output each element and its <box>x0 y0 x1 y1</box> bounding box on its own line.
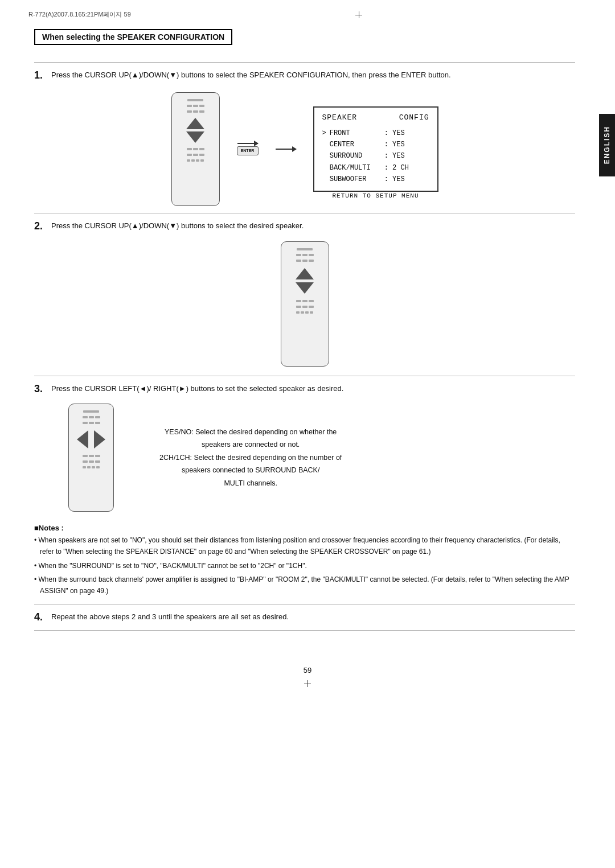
cursor-backmulti <box>322 162 326 174</box>
remote-screen <box>187 99 203 101</box>
step3-lr-arrows <box>77 430 105 449</box>
label-surround: SURROUND <box>330 150 381 162</box>
step-3-illustration: YES/NO: Select the desired depending on … <box>68 404 575 512</box>
speaker-config-display: SPEAKER CONFIG > FRONT : YES CENTER : YE… <box>313 106 438 192</box>
sep-front: : YES <box>384 127 405 139</box>
bottom-crosshair <box>0 680 615 687</box>
cursor-center <box>322 139 326 150</box>
rb6 <box>199 110 204 113</box>
step2-arrow-up-icon <box>296 268 314 279</box>
notes-title: ■Notes : <box>34 524 64 532</box>
rb8 <box>193 148 198 150</box>
flow-arrow-line <box>237 143 258 144</box>
rule-4 <box>34 604 575 604</box>
display-item-backmulti: BACK/MULTI : 2 CH <box>322 162 429 174</box>
s3rb1 <box>83 416 88 418</box>
flow-arrow-2 <box>276 149 296 150</box>
step-3-text: Press the CURSOR LEFT(◄)/ RIGHT(►) butto… <box>51 383 343 395</box>
label-backmulti: BACK/MULTI <box>330 162 381 174</box>
s2rb13 <box>296 311 300 314</box>
s3rb3 <box>95 416 100 418</box>
sep-center: : YES <box>384 139 405 150</box>
rb2 <box>193 105 198 107</box>
s2rb15 <box>305 311 309 314</box>
s3rb10 <box>83 460 88 463</box>
display-return: RETURN TO SETUP MENU <box>322 192 429 199</box>
rb10 <box>187 154 192 156</box>
step-2-illustration <box>34 241 575 367</box>
remote-screen-3 <box>83 410 99 413</box>
step-2-text: Press the CURSOR UP(▲)/DOWN(▼) buttons t… <box>51 220 304 232</box>
cursor-subwoofer <box>322 174 326 185</box>
s3rb8 <box>89 455 94 457</box>
rule-2 <box>34 213 575 213</box>
s3rb12 <box>95 460 100 463</box>
note-item-2: When the "SURROUND" is set to "NO", "BAC… <box>34 560 575 571</box>
rb5 <box>193 110 198 113</box>
s2rb2 <box>302 254 308 256</box>
step-3-num: 3. <box>34 383 48 396</box>
s2rb11 <box>302 306 308 308</box>
english-tab: ENGLISH <box>599 114 615 176</box>
top-header: R-772(A)2007.8.165:21PM페이지 59 <box>0 0 615 23</box>
step-3-description: YES/NO: Select the desired depending on … <box>159 426 342 490</box>
s2rb3 <box>309 254 314 256</box>
s3rb13 <box>83 466 86 468</box>
step-1: 1. Press the CURSOR UP(▲)/DOWN(▼) button… <box>34 69 575 82</box>
display-title-left: SPEAKER <box>322 113 358 122</box>
step-1-illustration: ENTER SPEAKER CONFIG > FRONT : YES <box>34 92 575 206</box>
enter-button-label: ENTER <box>237 146 259 155</box>
note-item-1: When speakers are not set to "NO", you s… <box>34 534 575 558</box>
rb12 <box>199 154 204 156</box>
s2rb4 <box>296 260 301 262</box>
display-item-front: > FRONT : YES <box>322 127 429 139</box>
s3rb15 <box>92 466 95 468</box>
arrow-left-icon <box>77 430 88 449</box>
cursor-surround <box>322 150 326 162</box>
step-4-text: Repeat the above steps 2 and 3 until the… <box>51 611 289 623</box>
remote-control-3 <box>68 404 114 512</box>
display-flow <box>276 149 296 150</box>
up-down-arrows <box>186 118 204 143</box>
s2rb9 <box>309 300 314 302</box>
step-2-num: 2. <box>34 220 48 233</box>
step2-arrow-down-icon <box>296 282 314 294</box>
rb16 <box>200 159 204 162</box>
step2-ud-arrows <box>296 268 314 294</box>
sep-subwoofer: : YES <box>384 174 405 185</box>
rb1 <box>187 105 192 107</box>
sep-surround: : YES <box>384 150 405 162</box>
label-center: CENTER <box>330 139 381 150</box>
display-title-right: CONFIG <box>399 113 429 122</box>
rule-3 <box>34 376 575 376</box>
step-4-num: 4. <box>34 611 48 624</box>
remote-control-1 <box>171 92 220 206</box>
rb9 <box>199 148 204 150</box>
rule-1 <box>34 62 575 63</box>
rb7 <box>187 148 192 150</box>
s2rb5 <box>302 260 308 262</box>
flow-enter: ENTER <box>237 143 259 155</box>
cursor-front: > <box>322 127 326 139</box>
s2rb16 <box>310 311 313 314</box>
s3rb6 <box>95 422 100 424</box>
s2rb1 <box>296 254 301 256</box>
label-subwoofer: SUBWOOFER <box>330 174 381 185</box>
s3rb9 <box>95 455 100 457</box>
remote-control-2 <box>281 241 329 367</box>
step-2: 2. Press the CURSOR UP(▲)/DOWN(▼) button… <box>34 220 575 233</box>
arrow-down-icon <box>186 131 204 143</box>
display-item-surround: SURROUND : YES <box>322 150 429 162</box>
s3rb16 <box>96 466 100 468</box>
rb14 <box>191 159 195 162</box>
remote-screen-2 <box>297 248 313 250</box>
step3-line5: MULTI channels. <box>159 477 342 490</box>
display-item-center: CENTER : YES <box>322 139 429 150</box>
label-front: FRONT <box>330 127 381 139</box>
s2rb8 <box>302 300 308 302</box>
s3rb14 <box>87 466 91 468</box>
rb4 <box>187 110 192 113</box>
english-label: ENGLISH <box>603 126 611 164</box>
bottom-center-crosshair <box>304 680 311 687</box>
step-4: 4. Repeat the above steps 2 and 3 until … <box>34 611 575 624</box>
